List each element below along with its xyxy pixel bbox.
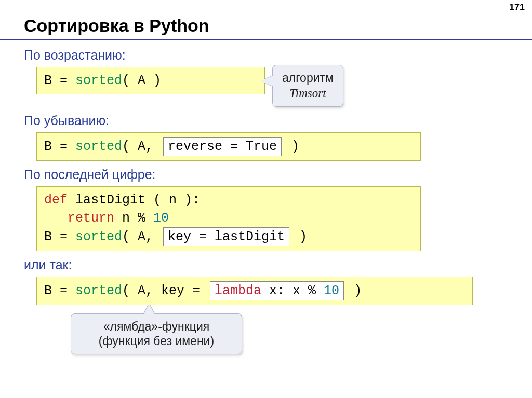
code-text: lastDigit ( n ): xyxy=(68,193,200,208)
callout-text: (функция без имени) xyxy=(99,334,214,348)
label-lambda-alt: или так: xyxy=(24,257,508,272)
code-def: def xyxy=(44,193,68,208)
code-text: B = xyxy=(44,139,75,154)
label-descending: По убыванию: xyxy=(24,113,508,128)
code-text: ( A, xyxy=(122,139,161,154)
page-title: Сортировка в Python xyxy=(0,0,532,40)
code-lastdigit: def lastDigit ( n ): return n % 10 B = s… xyxy=(36,186,421,251)
label-ascending: По возрастанию: xyxy=(24,48,508,63)
callout-tail xyxy=(144,304,154,314)
label-lastdigit: По последней цифре: xyxy=(24,167,508,182)
callout-timsort: алгоритм Timsort xyxy=(272,65,343,107)
code-text: ) xyxy=(346,283,362,298)
code-text: n % xyxy=(114,211,153,226)
code-inset-lambda: lambda x: x % 10 xyxy=(210,281,344,300)
content-area: По возрастанию: B = sorted( A ) алгоритм… xyxy=(0,48,532,354)
page-number: 171 xyxy=(509,2,525,13)
callout-text: Timsort xyxy=(289,87,326,100)
callout-text: «лямбда»-функция xyxy=(103,320,209,333)
callout-lambda: «лямбда»-функция (функция без имени) xyxy=(71,313,242,355)
code-fn: sorted xyxy=(75,139,122,154)
code-text: B = xyxy=(44,229,75,244)
code-inset-key: key = lastDigit xyxy=(163,227,289,246)
code-descending: B = sorted( A, reverse = True ) xyxy=(36,132,421,161)
code-fn: sorted xyxy=(75,229,122,244)
code-fn: sorted xyxy=(75,73,122,88)
code-text: B = xyxy=(44,283,75,298)
code-text: ) xyxy=(291,229,307,244)
code-text: ( A ) xyxy=(122,73,161,88)
code-text: B = xyxy=(44,73,75,88)
code-text: ( A, xyxy=(122,229,161,244)
code-num: 10 xyxy=(324,283,339,298)
callout-tail xyxy=(260,76,273,86)
code-ascending: B = sorted( A ) xyxy=(36,67,265,94)
code-text: x: x % xyxy=(261,283,324,298)
code-lambda-kw: lambda xyxy=(215,283,261,298)
code-lambda: B = sorted( A, key = lambda x: x % 10 ) xyxy=(36,277,473,305)
code-text: ) xyxy=(284,139,299,154)
code-return: return xyxy=(68,211,114,226)
callout-text: алгоритм xyxy=(282,71,334,85)
code-text: ( A, key = xyxy=(122,283,208,298)
code-fn: sorted xyxy=(75,283,122,298)
code-inset-reverse: reverse = True xyxy=(163,137,282,156)
code-num: 10 xyxy=(153,211,169,226)
